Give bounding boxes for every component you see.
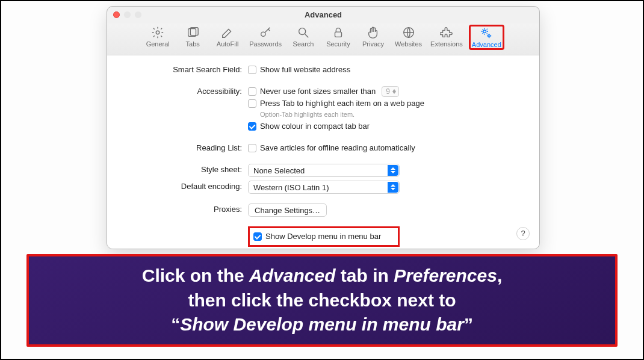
tab-extensions[interactable]: Extensions [428, 25, 465, 50]
label-default-encoding: Default encoding: [120, 181, 248, 193]
checkbox-show-colour-tab[interactable]: Show colour in compact tab bar [248, 120, 526, 132]
svg-point-8 [488, 35, 491, 37]
tab-label: Security [326, 40, 350, 48]
preferences-toolbar: General Tabs AutoFill Passwords Search S… [107, 23, 539, 55]
select-value: Western (ISO Latin 1) [253, 183, 329, 192]
search-icon [297, 26, 310, 40]
instruction-caption: Click on the Advanced tab in Preferences… [26, 254, 618, 347]
tab-label: Privacy [362, 40, 384, 48]
tab-label: Websites [395, 40, 422, 48]
gears-icon [480, 26, 493, 41]
select-value: None Selected [253, 166, 305, 175]
gear-icon [151, 26, 164, 40]
checkbox-icon [253, 232, 262, 241]
button-change-proxies[interactable]: Change Settings… [248, 203, 327, 217]
tab-security[interactable]: Security [323, 25, 354, 50]
checkbox-label: Show Develop menu in menu bar [265, 231, 381, 243]
checkbox-icon [248, 87, 256, 96]
font-size-stepper[interactable]: 9 [382, 86, 399, 97]
checkbox-show-develop-menu[interactable]: Show Develop menu in menu bar [253, 231, 381, 243]
checkbox-press-tab[interactable]: Press Tab to highlight each item on a we… [248, 98, 526, 110]
tab-label: Advanced [472, 41, 501, 48]
checkbox-icon [248, 144, 256, 152]
chevron-updown-icon [388, 182, 398, 193]
pencil-icon [221, 26, 234, 40]
svg-point-4 [299, 28, 306, 35]
checkbox-label: Save articles for offline reading automa… [260, 142, 415, 154]
tab-general[interactable]: General [142, 25, 173, 50]
highlight-develop-menu: Show Develop menu in menu bar [248, 226, 400, 247]
close-window-button[interactable] [113, 11, 120, 18]
help-button[interactable]: ? [516, 227, 530, 240]
hand-icon [367, 26, 380, 40]
checkbox-show-full-address[interactable]: Show full website address [248, 64, 526, 76]
checkbox-icon [248, 99, 256, 108]
label-proxies: Proxies: [120, 203, 248, 216]
label-reading-list: Reading List: [120, 142, 248, 154]
minimize-window-button[interactable] [124, 11, 131, 18]
lock-icon [332, 26, 345, 40]
preferences-content: Smart Search Field: Show full website ad… [107, 55, 539, 249]
select-style-sheet[interactable]: None Selected [248, 164, 400, 177]
button-label: Change Settings… [255, 206, 320, 215]
preferences-window: Advanced General Tabs AutoFill Passwords… [107, 6, 540, 249]
checkbox-label: Never use font sizes smaller than [260, 85, 376, 98]
tab-advanced[interactable]: Advanced [469, 25, 504, 50]
tab-passwords[interactable]: Passwords [247, 25, 284, 50]
checkbox-icon [248, 122, 256, 131]
tab-label: Search [293, 40, 314, 48]
tab-label: Extensions [430, 40, 463, 48]
tab-label: Passwords [249, 40, 282, 48]
zoom-window-button[interactable] [135, 11, 141, 18]
checkbox-label: Show colour in compact tab bar [260, 120, 370, 132]
globe-icon [402, 26, 415, 40]
checkbox-label: Show full website address [260, 64, 350, 76]
label-accessibility: Accessibility: [120, 85, 248, 98]
label-smart-search: Smart Search Field: [120, 64, 248, 76]
svg-point-0 [156, 31, 159, 34]
tab-autofill[interactable]: AutoFill [212, 25, 243, 50]
checkbox-save-offline[interactable]: Save articles for offline reading automa… [248, 142, 526, 154]
select-default-encoding[interactable]: Western (ISO Latin 1) [248, 181, 400, 194]
svg-point-3 [261, 32, 265, 36]
checkbox-icon [248, 66, 256, 74]
puzzle-icon [440, 26, 453, 40]
window-title: Advanced [305, 10, 342, 19]
tab-privacy[interactable]: Privacy [358, 25, 389, 50]
tab-search[interactable]: Search [288, 25, 319, 50]
svg-point-7 [483, 30, 486, 33]
tab-label: AutoFill [217, 40, 239, 48]
titlebar: Advanced [107, 7, 539, 23]
key-icon [259, 26, 272, 40]
tab-websites[interactable]: Websites [392, 25, 424, 50]
checkbox-label: Press Tab to highlight each item on a we… [260, 98, 424, 110]
window-controls[interactable] [113, 11, 141, 18]
label-style-sheet: Style sheet: [120, 164, 248, 176]
chevron-updown-icon [388, 165, 398, 176]
tab-label: Tabs [186, 40, 200, 48]
tab-label: General [146, 40, 170, 48]
checkbox-never-font-smaller[interactable]: Never use font sizes smaller than 9 [248, 85, 526, 98]
tabs-icon [186, 26, 199, 40]
hint-option-tab: Option-Tab highlights each item. [260, 110, 526, 119]
svg-rect-5 [335, 32, 342, 37]
tab-tabs[interactable]: Tabs [177, 25, 208, 50]
